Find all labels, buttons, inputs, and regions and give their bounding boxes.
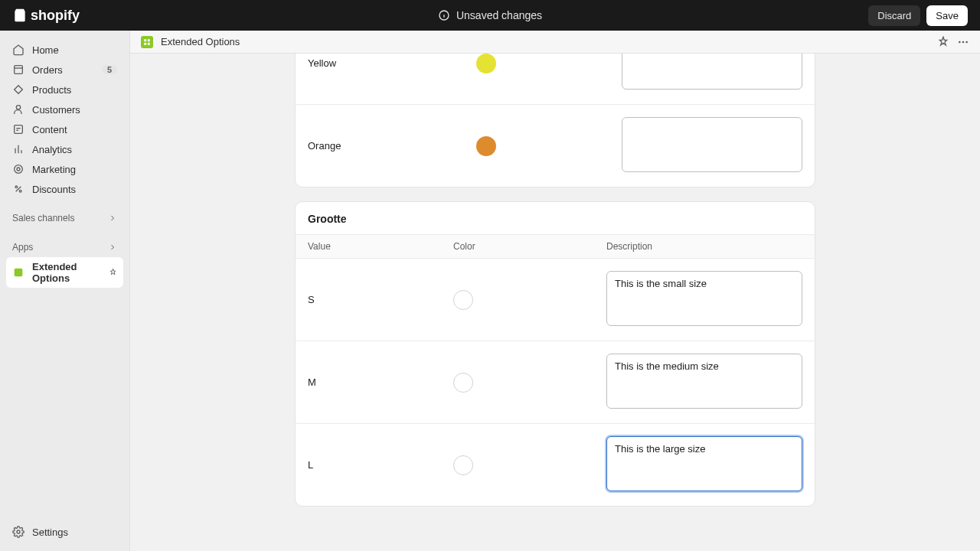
- svg-rect-20: [144, 42, 146, 44]
- color-swatch-empty[interactable]: [453, 290, 473, 310]
- sidebar-label: Extended Options: [32, 261, 101, 284]
- shopify-logo[interactable]: shopify: [12, 8, 80, 24]
- home-icon: [12, 44, 24, 56]
- sidebar-item-products[interactable]: Products: [6, 80, 123, 99]
- description-input[interactable]: [622, 117, 802, 172]
- sidebar-section-sales-channels[interactable]: Sales channels: [6, 208, 123, 228]
- col-color: Color: [453, 241, 606, 252]
- sidebar-item-analytics[interactable]: Analytics: [6, 139, 123, 159]
- sidebar-label: Analytics: [32, 144, 72, 155]
- orders-badge: 5: [102, 65, 117, 74]
- sidebar-label: Content: [32, 124, 67, 135]
- sidebar-label: Marketing: [32, 164, 76, 175]
- row-value: L: [308, 459, 453, 471]
- sidebar-item-customers[interactable]: Customers: [6, 99, 123, 119]
- row-color: [453, 455, 606, 475]
- col-value: Value: [308, 241, 453, 252]
- color-swatch-empty[interactable]: [453, 455, 473, 475]
- svg-point-17: [17, 530, 20, 533]
- svg-rect-6: [15, 126, 23, 134]
- sidebar-item-home[interactable]: Home: [6, 40, 123, 60]
- description-input[interactable]: [606, 271, 802, 326]
- description-input[interactable]: [622, 54, 802, 90]
- svg-point-23: [962, 41, 965, 43]
- option-row: L: [296, 424, 815, 506]
- option-row: S: [296, 259, 815, 341]
- row-color: [476, 54, 622, 73]
- row-value: M: [308, 377, 453, 388]
- option-card-kleur: Kleur Value Color Description Yellow: [295, 54, 815, 187]
- app-header-icon: [141, 36, 153, 48]
- row-color: [453, 373, 606, 393]
- row-value: Orange: [308, 140, 476, 152]
- svg-point-22: [959, 41, 961, 43]
- discard-button[interactable]: Discard: [868, 5, 920, 26]
- pin-icon[interactable]: [109, 267, 117, 278]
- chevron-right-icon: [108, 214, 117, 223]
- row-color: [453, 290, 606, 310]
- sidebar-item-settings[interactable]: Settings: [6, 522, 123, 542]
- app-header-name: Extended Options: [161, 36, 240, 47]
- pin-icon[interactable]: [937, 36, 949, 48]
- sidebar-item-marketing[interactable]: Marketing: [6, 159, 123, 179]
- color-swatch[interactable]: [476, 54, 496, 73]
- shopify-bag-icon: [12, 8, 28, 23]
- svg-rect-18: [144, 39, 146, 41]
- column-headers: Value Color Description: [296, 234, 815, 259]
- color-swatch-empty[interactable]: [453, 373, 473, 393]
- customers-icon: [12, 103, 24, 116]
- logo-text: shopify: [31, 8, 80, 24]
- sidebar-item-content[interactable]: Content: [6, 119, 123, 139]
- description-input[interactable]: [606, 436, 802, 491]
- marketing-icon: [12, 163, 24, 175]
- sidebar-label: Customers: [32, 104, 80, 116]
- sidebar-app-extended-options[interactable]: Extended Options: [6, 257, 123, 288]
- svg-point-12: [15, 165, 23, 174]
- row-value: Yellow: [308, 57, 476, 69]
- sidebar-item-orders[interactable]: Orders 5: [6, 60, 123, 80]
- card-title: Grootte: [296, 202, 815, 234]
- sidebar-label: Settings: [32, 527, 68, 538]
- sidebar-label: Discounts: [32, 184, 76, 195]
- svg-point-24: [965, 41, 968, 43]
- row-color: [476, 136, 622, 156]
- option-card-grootte: Grootte Value Color Description S M: [295, 201, 815, 507]
- option-row: M: [296, 341, 815, 424]
- sidebar-label: Home: [32, 44, 59, 56]
- col-description: Description: [606, 241, 802, 252]
- row-value: S: [308, 294, 453, 305]
- sidebar-label: Orders: [32, 64, 63, 76]
- option-row: Yellow: [296, 54, 815, 105]
- analytics-icon: [12, 143, 24, 155]
- sidebar-item-discounts[interactable]: Discounts: [6, 179, 123, 199]
- content-icon: [12, 123, 24, 135]
- sidebar-label: Products: [32, 84, 71, 96]
- description-input[interactable]: [606, 354, 802, 409]
- svg-rect-21: [148, 42, 150, 44]
- products-icon: [12, 83, 24, 96]
- option-row: Orange: [296, 105, 815, 187]
- more-icon[interactable]: [957, 36, 969, 48]
- svg-rect-3: [15, 66, 23, 74]
- save-button[interactable]: Save: [926, 5, 968, 26]
- svg-rect-19: [148, 39, 150, 41]
- unsaved-status: Unsaved changes: [456, 9, 542, 21]
- settings-icon: [12, 526, 24, 538]
- svg-point-14: [15, 186, 18, 188]
- sidebar-section-apps[interactable]: Apps: [6, 237, 123, 257]
- info-icon: [438, 9, 450, 21]
- orders-icon: [12, 64, 24, 76]
- svg-point-13: [17, 168, 20, 171]
- discounts-icon: [12, 183, 24, 195]
- svg-point-15: [19, 190, 21, 192]
- chevron-right-icon: [108, 243, 117, 252]
- color-swatch[interactable]: [476, 136, 496, 156]
- svg-point-5: [16, 106, 20, 109]
- app-icon: [12, 266, 24, 279]
- svg-rect-16: [15, 269, 23, 277]
